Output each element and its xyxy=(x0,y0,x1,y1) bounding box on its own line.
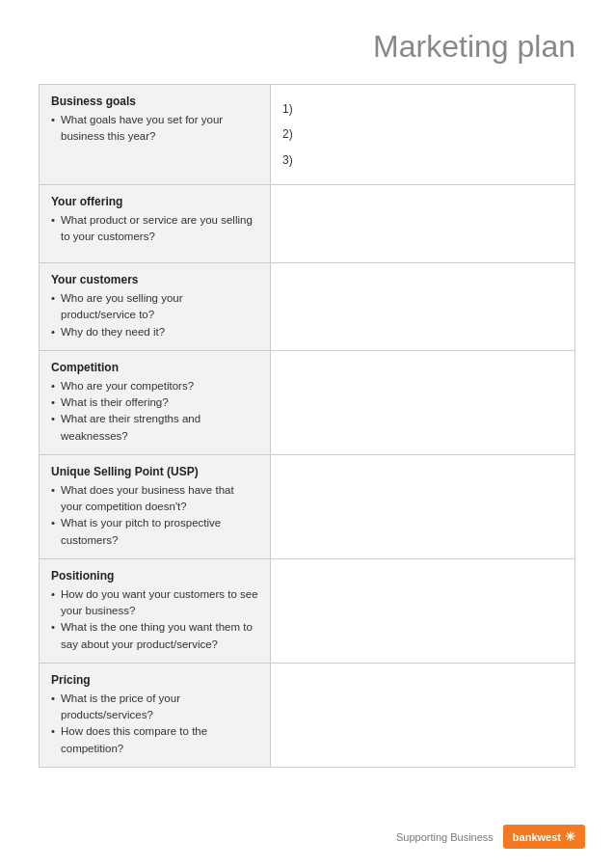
right-cell-your-customers[interactable] xyxy=(271,263,574,350)
bullet-list-pricing: What is the price of your products/servi… xyxy=(51,691,258,757)
bullet-list-usp: What does your business have that your c… xyxy=(51,482,258,549)
numbered-lines: 1) 2) 3) xyxy=(282,95,563,175)
table-row: Competition Who are your competitors? Wh… xyxy=(40,351,574,455)
bullet-list-your-offering: What product or service are you selling … xyxy=(51,212,258,246)
section-title-your-customers: Your customers xyxy=(51,273,258,286)
section-title-your-offering: Your offering xyxy=(51,195,258,208)
section-title-pricing: Pricing xyxy=(51,673,258,687)
left-cell-usp: Unique Selling Point (USP) What does you… xyxy=(40,455,271,558)
list-item: What goals have you set for your busines… xyxy=(51,112,258,146)
right-cell-business-goals[interactable]: 1) 2) 3) xyxy=(271,85,574,184)
list-item: How does this compare to the competition… xyxy=(51,723,258,757)
section-title-usp: Unique Selling Point (USP) xyxy=(51,465,258,478)
numbered-line: 2) xyxy=(282,122,563,147)
left-cell-positioning: Positioning How do you want your custome… xyxy=(40,559,271,663)
table-row: Business goals What goals have you set f… xyxy=(40,85,574,185)
list-item: How do you want your customers to see yo… xyxy=(51,586,258,620)
supporting-business-text: Supporting Business xyxy=(396,831,494,843)
table-row: Your offering What product or service ar… xyxy=(40,185,574,263)
bankwest-symbol-icon: ✳ xyxy=(565,829,575,844)
left-cell-competition: Competition Who are your competitors? Wh… xyxy=(40,351,271,454)
bullet-list-competition: Who are your competitors? What is their … xyxy=(51,378,258,445)
list-item: What are their strengths and weaknesses? xyxy=(51,411,258,445)
left-cell-your-offering: Your offering What product or service ar… xyxy=(40,185,271,262)
list-item: What product or service are you selling … xyxy=(51,212,258,246)
table-row: Pricing What is the price of your produc… xyxy=(40,664,574,767)
left-cell-pricing: Pricing What is the price of your produc… xyxy=(40,664,271,767)
list-item: What is your pitch to prospective custom… xyxy=(51,515,258,549)
list-item: Who are you selling your product/service… xyxy=(51,290,258,324)
list-item: What is the price of your products/servi… xyxy=(51,691,258,724)
table-row: Your customers Who are you selling your … xyxy=(40,263,574,351)
table-row: Positioning How do you want your custome… xyxy=(40,559,574,664)
bullet-list-business-goals: What goals have you set for your busines… xyxy=(51,112,258,146)
right-cell-usp[interactable] xyxy=(271,455,574,558)
section-title-positioning: Positioning xyxy=(51,569,258,583)
section-title-competition: Competition xyxy=(51,361,258,374)
page-title: Marketing plan xyxy=(0,0,614,84)
list-item: What is their offering? xyxy=(51,394,258,411)
main-table: Business goals What goals have you set f… xyxy=(39,84,575,768)
bankwest-badge: bankwest ✳ xyxy=(503,825,585,849)
right-cell-your-offering[interactable] xyxy=(271,185,574,262)
right-cell-positioning[interactable] xyxy=(271,559,574,663)
left-cell-business-goals: Business goals What goals have you set f… xyxy=(40,85,271,184)
table-row: Unique Selling Point (USP) What does you… xyxy=(40,455,574,559)
section-title-business-goals: Business goals xyxy=(51,95,258,108)
list-item: Why do they need it? xyxy=(51,324,258,340)
bullet-list-positioning: How do you want your customers to see yo… xyxy=(51,586,258,653)
list-item: What is the one thing you want them to s… xyxy=(51,619,258,653)
bankwest-name: bankwest xyxy=(513,831,561,843)
footer: Supporting Business bankwest ✳ xyxy=(396,825,585,849)
numbered-line: 1) xyxy=(282,96,563,122)
numbered-line: 3) xyxy=(282,148,563,173)
left-cell-your-customers: Your customers Who are you selling your … xyxy=(40,263,271,350)
list-item: Who are your competitors? xyxy=(51,378,258,394)
right-cell-pricing[interactable] xyxy=(271,664,574,767)
right-cell-competition[interactable] xyxy=(271,351,574,454)
list-item: What does your business have that your c… xyxy=(51,482,258,516)
bullet-list-your-customers: Who are you selling your product/service… xyxy=(51,290,258,340)
